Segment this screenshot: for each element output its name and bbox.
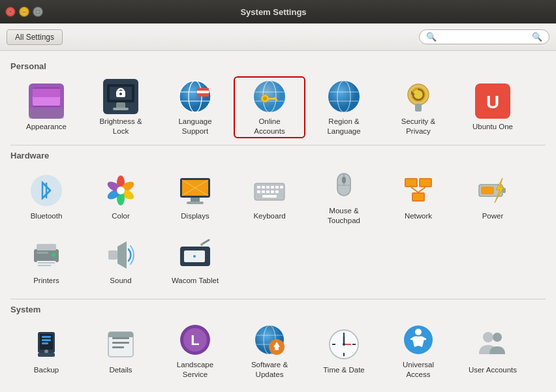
maximize-button[interactable]: □ [33,7,43,17]
sound-label: Sound [110,276,131,286]
system-grid: Backup Details [10,320,546,382]
universal-access-icon [400,322,437,357]
svg-rect-91 [108,250,117,260]
landscape-service-icon: L [177,322,213,357]
svg-rect-29 [275,99,277,101]
printers-icon [28,237,65,273]
mouse-touchpad-item[interactable]: Mouse &Touchpad [308,166,380,228]
region-language-label: Region &Language [327,117,360,136]
language-support-item[interactable]: LanguageSupport [159,76,231,138]
backup-item[interactable]: Backup [10,320,82,382]
network-item[interactable]: Network [382,166,454,228]
svg-rect-74 [406,179,416,186]
color-icon [102,172,139,209]
minimize-button[interactable]: – [19,7,29,17]
landscape-service-item[interactable]: L LandscapeService [159,320,231,382]
software-updates-label: Software &Updates [251,360,288,380]
keyboard-label: Keyboard [253,211,285,221]
appearance-icon [28,83,65,119]
universal-access-item[interactable]: UniversalAccess [382,320,454,382]
svg-point-133 [483,332,493,342]
svg-rect-18 [197,88,209,91]
security-privacy-label: Security &Privacy [401,117,435,136]
svg-rect-100 [42,336,51,338]
region-language-item[interactable]: Region &Language [308,76,380,138]
svg-point-26 [263,97,267,100]
backup-label: Backup [34,365,59,375]
svg-rect-63 [257,190,260,193]
svg-point-129 [343,343,345,346]
svg-rect-83 [481,187,494,194]
svg-rect-108 [112,346,124,348]
svg-rect-53 [191,198,200,202]
appearance-item[interactable]: Appearance [10,76,82,138]
bluetooth-item[interactable]: Bluetooth [10,166,82,228]
svg-rect-19 [197,91,209,93]
backup-icon [28,326,65,363]
sound-item[interactable]: Sound [85,230,157,292]
svg-rect-107 [112,342,129,344]
wacom-tablet-item[interactable]: Wacom Tablet [159,230,231,292]
details-item[interactable]: Details [85,320,157,382]
online-accounts-item[interactable]: OnlineAccounts [234,76,305,138]
svg-rect-72 [342,177,346,183]
mouse-touchpad-label: Mouse &Touchpad [328,206,360,226]
hardware-section-label: Hardware [10,151,546,160]
svg-rect-68 [262,195,277,198]
color-label: Color [112,211,129,221]
svg-line-80 [418,187,425,192]
printers-label: Printers [33,276,59,286]
svg-rect-28 [273,97,275,99]
bluetooth-label: Bluetooth [31,211,63,221]
personal-hardware-divider [10,145,546,145]
details-icon [102,326,139,363]
svg-rect-85 [37,244,56,250]
toolbar: All Settings 🔍 🔍 [0,23,556,51]
region-language-icon [326,79,362,114]
language-support-label: LanguageSupport [178,117,211,136]
svg-text:L: L [191,332,199,348]
svg-rect-90 [37,252,48,254]
svg-rect-54 [187,202,204,204]
svg-marker-92 [117,241,127,269]
brightness-lock-label: Brightness &Lock [99,117,142,136]
svg-rect-67 [275,190,279,193]
personal-section-label: Personal [10,61,546,71]
brightness-lock-item[interactable]: Brightness &Lock [85,76,157,138]
search-input[interactable] [440,32,528,42]
software-updates-icon [251,322,288,357]
svg-rect-87 [38,262,55,264]
search-box: 🔍 🔍 [419,29,549,44]
security-privacy-item[interactable]: Security &Privacy [382,76,454,138]
svg-rect-57 [257,186,260,188]
displays-label: Displays [181,211,209,221]
ubuntu-one-icon: U [474,83,511,119]
svg-point-134 [493,333,502,342]
close-button[interactable]: × [5,7,16,17]
svg-rect-59 [266,186,270,188]
color-item[interactable]: Color [85,166,157,228]
ubuntu-one-item[interactable]: U Ubuntu One [457,76,529,138]
power-item[interactable]: Power [457,166,529,228]
bluetooth-icon [28,172,65,209]
svg-rect-4 [33,89,60,97]
svg-point-131 [415,329,422,335]
svg-text:U: U [486,92,499,112]
displays-icon [177,172,213,209]
mouse-touchpad-icon [326,168,362,204]
brightness-lock-icon [102,79,139,114]
all-settings-button[interactable]: All Settings [7,29,63,45]
svg-rect-120 [275,347,279,350]
printers-item[interactable]: Printers [10,230,82,292]
svg-rect-60 [271,186,274,188]
software-updates-item[interactable]: Software &Updates [234,320,305,382]
details-label: Details [109,365,132,375]
hardware-grid: Bluetooth Color [10,166,546,292]
displays-item[interactable]: Displays [159,166,231,228]
user-accounts-item[interactable]: User Accounts [457,320,529,382]
svg-rect-9 [113,108,129,110]
system-section-label: System [10,305,546,314]
time-date-item[interactable]: Time & Date [308,320,380,382]
svg-rect-102 [42,342,48,344]
keyboard-item[interactable]: Keyboard [234,166,305,228]
